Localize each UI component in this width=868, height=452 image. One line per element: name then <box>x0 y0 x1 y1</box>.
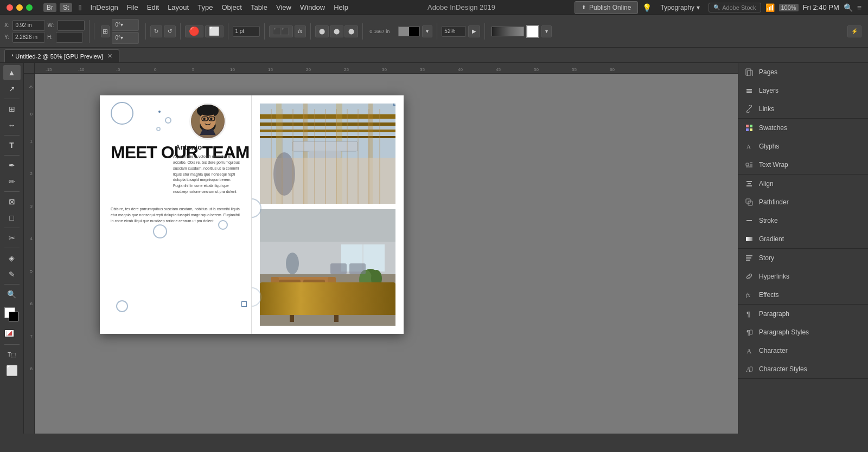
panel-item-glyphs[interactable]: A Glyphs <box>738 137 868 156</box>
stroke-weight-input[interactable] <box>233 26 260 37</box>
panel-item-story[interactable]: Story <box>738 249 868 267</box>
rectangle-frame-tool[interactable]: ⊠ <box>3 194 21 209</box>
panel-item-pathfinder[interactable]: Pathfinder <box>738 193 868 211</box>
control-strip-icon[interactable]: ≡ <box>857 3 861 12</box>
svg-rect-46 <box>746 89 752 90</box>
x-input[interactable] <box>12 20 45 31</box>
svg-rect-67 <box>746 257 751 259</box>
menu-table[interactable]: Table <box>251 3 267 11</box>
fill-color-bar[interactable] <box>492 27 524 36</box>
document-spread[interactable]: MEET OUR TEAM Obis re, tes dere porrumqu… <box>100 95 404 334</box>
stock-icon[interactable]: St <box>60 3 72 12</box>
flip-v-button[interactable]: ⬜ <box>205 25 224 37</box>
pathfinder-label: Pathfinder <box>759 198 861 206</box>
ruler-mark: 50 <box>534 67 539 72</box>
direct-selection-tool[interactable]: ↗ <box>3 81 21 96</box>
panel-item-character-styles[interactable]: A Character Styles <box>738 360 868 378</box>
y-input[interactable] <box>12 32 45 43</box>
transform-origin-button[interactable]: ⊞ <box>101 25 110 37</box>
tab-close-icon[interactable]: ✕ <box>107 53 112 60</box>
panel-item-hyperlinks[interactable]: Hyperlinks <box>738 267 868 286</box>
background-swatch[interactable] <box>9 312 18 321</box>
panel-item-swatches[interactable]: Swatches <box>738 119 868 137</box>
shear-input[interactable]: 0°▾ <box>112 32 139 44</box>
rectangle-tool[interactable]: □ <box>3 210 21 225</box>
photo-top[interactable] <box>260 104 395 204</box>
panel-item-gradient[interactable]: Gradient <box>738 230 868 248</box>
gradient-swatch-tool[interactable]: ◈ <box>3 250 21 266</box>
menu-help[interactable]: Help <box>334 3 348 11</box>
publish-online-button[interactable]: ⬆ Publish Online <box>575 1 638 14</box>
pen-tool[interactable]: ✒ <box>3 158 21 173</box>
search-bar[interactable]: 🔍 Adobe Stock <box>709 3 761 12</box>
typography-button[interactable]: Typography ▾ <box>656 2 704 14</box>
effects-button[interactable]: ⬛⬛ <box>269 25 293 37</box>
scissors-tool[interactable]: ✂ <box>3 230 21 246</box>
panel-item-textwrap[interactable]: Text Wrap <box>738 156 868 174</box>
fill-more-button[interactable]: ▾ <box>541 25 552 37</box>
page-left[interactable]: MEET OUR TEAM Obis re, tes dere porrumqu… <box>100 95 252 334</box>
corner-handle-tr[interactable] <box>393 104 395 106</box>
menu-indesign[interactable]: InDesign <box>90 3 118 11</box>
svg-rect-36 <box>334 308 339 322</box>
w-input[interactable] <box>58 20 85 31</box>
flip-h-button[interactable]: 🔴 <box>185 25 203 37</box>
document-tab[interactable]: * Untitled-2 @ 50% [GPU Preview] ✕ <box>4 49 119 62</box>
page-right[interactable] <box>252 95 404 334</box>
panel-item-paragraph-styles[interactable]: ¶ Paragraph Styles <box>738 323 868 341</box>
quick-actions-button[interactable]: ⚡ <box>847 25 861 37</box>
svg-point-43 <box>286 253 299 274</box>
type-tool[interactable]: T <box>3 138 21 153</box>
page-tool[interactable]: ⊞ <box>3 101 21 117</box>
svg-point-6 <box>210 118 213 120</box>
fill-indicator[interactable] <box>4 329 15 338</box>
panel-item-stroke[interactable]: Stroke <box>738 211 868 230</box>
gap-tool[interactable]: ↔ <box>3 118 21 133</box>
fullscreen-button[interactable] <box>26 4 33 11</box>
stroke-dropdown-button[interactable]: ▾ <box>422 25 432 37</box>
selection-tool[interactable]: ▲ <box>3 65 21 80</box>
opacity-next-button[interactable]: ▶ <box>468 25 480 37</box>
panel-item-layers[interactable]: Layers <box>738 81 868 100</box>
minimize-button[interactable] <box>16 4 23 11</box>
fill-preview[interactable] <box>526 25 539 38</box>
svg-text:A: A <box>746 347 752 354</box>
menu-edit[interactable]: Edit <box>147 3 159 11</box>
h-input[interactable] <box>56 32 83 43</box>
panel-item-paragraph[interactable]: ¶ Paragraph <box>738 305 868 323</box>
stroke-color-swatch[interactable] <box>398 27 420 36</box>
close-button[interactable] <box>7 4 13 11</box>
pencil-tool[interactable]: ✏ <box>3 174 21 189</box>
align-right-button[interactable]: ⬤ <box>344 25 358 37</box>
text-frame-tool[interactable]: T⬚ <box>3 347 21 362</box>
x-label: X: <box>4 22 9 28</box>
menu-type[interactable]: Type <box>197 3 213 11</box>
rotate-input[interactable]: 0°▾ <box>112 19 139 31</box>
rotate-cw-button[interactable]: ↻ <box>150 25 162 37</box>
menu-object[interactable]: Object <box>221 3 242 11</box>
search-global-icon[interactable]: 🔍 <box>844 3 853 12</box>
help-icon[interactable]: 💡 <box>642 3 652 12</box>
menu-window[interactable]: Window <box>300 3 325 11</box>
panel-item-character[interactable]: A Character <box>738 341 868 360</box>
align-left-button[interactable]: ⬤ <box>315 25 329 37</box>
opacity-input[interactable] <box>442 26 466 37</box>
panel-section-align: Align Pathfinder Stroke Gradient <box>738 175 868 249</box>
menu-view[interactable]: View <box>276 3 291 11</box>
fx-button[interactable]: fx <box>295 25 307 37</box>
panel-item-align[interactable]: Align <box>738 175 868 193</box>
photo-bottom[interactable] <box>260 209 395 326</box>
panel-item-effects[interactable]: fx Effects <box>738 286 868 304</box>
menu-layout[interactable]: Layout <box>168 3 189 11</box>
hyperlinks-icon <box>745 272 754 281</box>
panel-item-links[interactable]: Links <box>738 100 868 118</box>
align-center-button[interactable]: ⬤ <box>330 25 343 37</box>
note-tool[interactable]: ✎ <box>3 267 21 282</box>
apply-none-tool[interactable]: ⬜ <box>3 363 21 378</box>
rotate-ccw-button[interactable]: ↺ <box>164 25 176 37</box>
color-swatches[interactable] <box>2 307 22 327</box>
menu-file[interactable]: File <box>127 3 138 11</box>
panel-item-pages[interactable]: Pages <box>738 63 868 81</box>
zoom-tool[interactable]: 🔍 <box>3 287 21 302</box>
bridge-icon[interactable]: Br <box>43 3 56 12</box>
